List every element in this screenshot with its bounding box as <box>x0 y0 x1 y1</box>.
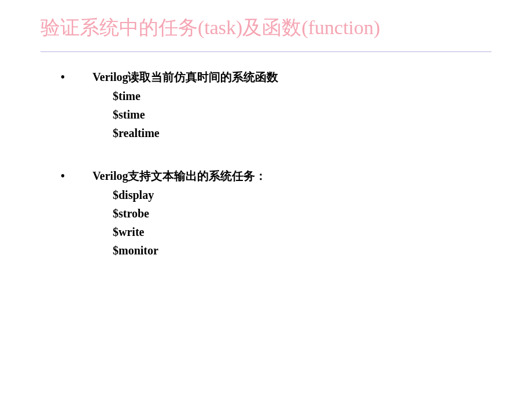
title-divider <box>40 51 492 52</box>
section2-item-2: $write <box>113 226 492 239</box>
bullet-marker: • <box>61 71 93 84</box>
section2-item-1: $strobe <box>113 207 492 220</box>
section1-heading: Verilog读取当前仿真时间的系统函数 <box>93 69 278 85</box>
bullet-item-1: • Verilog读取当前仿真时间的系统函数 <box>61 69 492 85</box>
bullet-marker: • <box>61 169 93 183</box>
section1-item-0: $time <box>113 90 492 103</box>
section1-item-1: $stime <box>113 108 492 121</box>
section1-item-2: $realtime <box>113 127 492 140</box>
bullet-item-2: • Verilog支持文本输出的系统任务： <box>61 168 492 184</box>
slide-title: 验证系统中的任务(task)及函数(function) <box>40 14 492 41</box>
section2-heading: Verilog支持文本输出的系统任务： <box>93 168 267 184</box>
section2-item-3: $monitor <box>113 244 492 257</box>
slide-content: • Verilog读取当前仿真时间的系统函数 $time $stime $rea… <box>40 69 492 257</box>
section2-item-0: $display <box>113 189 492 202</box>
